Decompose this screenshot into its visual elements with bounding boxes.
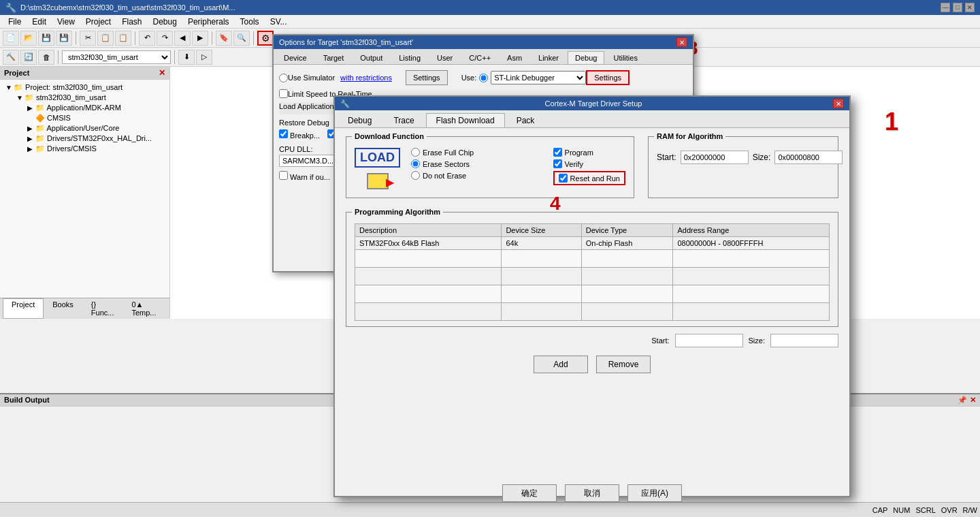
use-simulator-radio[interactable]: [279, 74, 288, 82]
ram-start-input[interactable]: [681, 151, 749, 164]
menu-sv[interactable]: SV...: [265, 16, 293, 28]
tab-output[interactable]: Output: [353, 51, 390, 64]
tab-temp[interactable]: 0▲ Temp...: [122, 298, 167, 319]
status-ovr: OVR: [941, 506, 958, 514]
clean-btn[interactable]: 🗑: [38, 50, 54, 65]
with-restrictions-link[interactable]: with restrictions: [340, 74, 392, 82]
settings-btn-left[interactable]: Settings: [406, 70, 448, 85]
tab-target[interactable]: Target: [316, 51, 352, 64]
warn-check[interactable]: [279, 171, 288, 180]
tree-item-stm32[interactable]: ▼📁 stm32f030_tim_usart: [3, 93, 167, 103]
options-btn[interactable]: ⚙: [257, 31, 274, 46]
project-dropdown[interactable]: stm32f030_tim_usart: [62, 50, 171, 64]
download-checks: Program Verify Reset and Run: [553, 148, 625, 188]
tab-cc[interactable]: C/C++: [461, 51, 498, 64]
redo-btn[interactable]: ↷: [157, 31, 173, 46]
ram-size-input[interactable]: [774, 151, 843, 164]
cortex-tab-pack[interactable]: Pack: [506, 113, 545, 127]
bookmark-btn[interactable]: 🔖: [216, 31, 232, 46]
rebuild-btn[interactable]: 🔄: [20, 50, 37, 65]
tree-item-user[interactable]: ▶📁 Application/User/Core: [3, 123, 167, 134]
cortex-dialog-title: Cortex-M Target Driver Setup: [545, 99, 642, 108]
tab-device[interactable]: Device: [276, 51, 314, 64]
tab-project[interactable]: Project: [3, 298, 44, 319]
cortex-tab-trace[interactable]: Trace: [383, 113, 424, 127]
do-not-erase-radio[interactable]: [411, 171, 420, 180]
open-btn[interactable]: 📂: [20, 31, 37, 46]
cortex-dialog-close[interactable]: ✕: [833, 99, 844, 108]
ok-btn[interactable]: 确定: [502, 484, 557, 502]
remove-btn[interactable]: Remove: [596, 356, 651, 373]
project-panel-close[interactable]: ✕: [159, 68, 165, 78]
tree-item-hal[interactable]: ▶📁 Drivers/STM32F0xx_HAL_Dri...: [3, 134, 167, 144]
tree-item-mdk[interactable]: ▶📁 Application/MDK-ARM: [3, 103, 167, 113]
tab-linker[interactable]: Linker: [531, 51, 566, 64]
forward-btn[interactable]: ▶: [192, 31, 208, 46]
project-panel-header: Project ✕: [0, 67, 169, 80]
tree-root[interactable]: ▼📁 Project: stm32f030_tim_usart: [3, 82, 167, 93]
copy-btn[interactable]: 📋: [97, 31, 114, 46]
breakp-check[interactable]: [279, 129, 288, 138]
tree-item-drivers[interactable]: ▶📁 Drivers/CMSIS: [3, 144, 167, 154]
project-panel-title: Project: [4, 69, 29, 77]
save-btn[interactable]: 💾: [38, 31, 54, 46]
menu-file[interactable]: File: [3, 16, 27, 28]
download-btn[interactable]: ⬇: [178, 50, 195, 65]
tab-books[interactable]: Books: [44, 298, 82, 319]
tree-item-cmsis[interactable]: 🔶 CMSIS: [3, 113, 167, 123]
start-bottom-input[interactable]: [675, 334, 743, 347]
tab-utilities[interactable]: Utilities: [606, 51, 644, 64]
size-bottom-input[interactable]: [770, 334, 838, 347]
cortex-tab-debug[interactable]: Debug: [338, 113, 382, 127]
build-output-close[interactable]: ✕: [970, 396, 976, 405]
table-row[interactable]: STM32F0xx 64kB Flash 64k On-chip Flash 0…: [355, 237, 830, 250]
status-bar: CAP NUM SCRL OVR R/W: [0, 502, 980, 517]
debug-btn[interactable]: ▷: [196, 50, 212, 65]
cortex-dialog-title-bar: 🔧 Cortex-M Target Driver Setup ✕: [335, 97, 849, 110]
tab-user[interactable]: User: [429, 51, 460, 64]
find-btn[interactable]: 🔍: [233, 31, 250, 46]
menu-flash[interactable]: Flash: [116, 16, 147, 28]
build-btn[interactable]: 🔨: [3, 50, 19, 65]
tab-listing[interactable]: Listing: [391, 51, 428, 64]
menu-tools[interactable]: Tools: [235, 16, 265, 28]
program-label: Program: [565, 148, 593, 157]
close-btn[interactable]: ✕: [965, 3, 975, 12]
back-btn[interactable]: ◀: [174, 31, 191, 46]
erase-sectors-radio[interactable]: [411, 159, 420, 168]
erase-full-radio[interactable]: [411, 148, 420, 157]
reset-run-check[interactable]: [559, 174, 568, 183]
paste-btn[interactable]: 📋: [115, 31, 131, 46]
cut-btn[interactable]: ✂: [80, 31, 96, 46]
save-all-btn[interactable]: 💾: [56, 31, 72, 46]
tab-debug[interactable]: Debug: [568, 51, 604, 64]
menu-peripherals[interactable]: Peripherals: [182, 16, 235, 28]
maximize-btn[interactable]: □: [953, 3, 962, 12]
new-btn[interactable]: 📄: [3, 31, 19, 46]
program-check[interactable]: [553, 148, 562, 157]
use-radio[interactable]: [479, 74, 488, 82]
add-btn[interactable]: Add: [534, 356, 588, 373]
cortex-tab-flash[interactable]: Flash Download: [426, 113, 505, 127]
options-dialog-close[interactable]: ✕: [676, 37, 687, 47]
debugger-select[interactable]: ST-Link Debugger: [491, 71, 586, 84]
menu-debug[interactable]: Debug: [148, 16, 182, 28]
tab-asm[interactable]: Asm: [500, 51, 529, 64]
menu-project[interactable]: Project: [80, 16, 116, 28]
minimize-btn[interactable]: —: [941, 3, 950, 12]
build-output-pin[interactable]: 📌: [958, 396, 967, 405]
verify-check[interactable]: [553, 159, 562, 168]
erase-sectors-label: Erase Sectors: [423, 160, 470, 168]
settings-btn-right[interactable]: Settings: [586, 70, 630, 85]
status-rw: R/W: [963, 506, 977, 514]
options-dialog-tabs: Device Target Output Listing User C/C++ …: [274, 49, 693, 65]
tab-func[interactable]: {} Func...: [82, 298, 123, 319]
menu-view[interactable]: View: [52, 16, 80, 28]
title-bar: 🔧 D:\stm32cubemx\stm32f030_tim_usart\stm…: [0, 0, 980, 15]
apply-btn[interactable]: 应用(A): [627, 484, 682, 502]
menu-edit[interactable]: Edit: [27, 16, 52, 28]
limit-speed-check[interactable]: [279, 89, 288, 98]
cancel-btn[interactable]: 取消: [565, 484, 619, 502]
undo-btn[interactable]: ↶: [139, 31, 155, 46]
ram-start-label: Start:: [657, 153, 676, 162]
